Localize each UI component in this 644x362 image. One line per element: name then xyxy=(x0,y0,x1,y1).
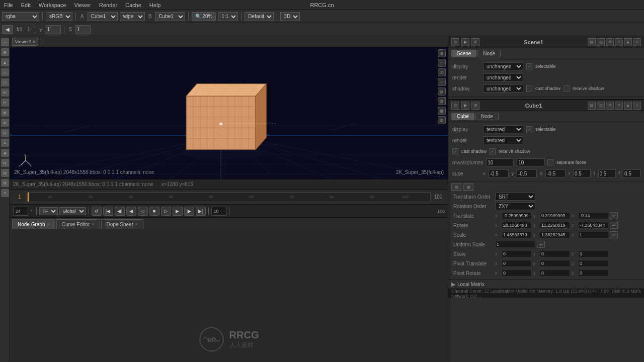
tab-dope-sheet-close[interactable]: × xyxy=(135,222,137,227)
selectable-checkbox[interactable]: ✓ xyxy=(526,63,532,69)
pivot-trans-x[interactable] xyxy=(502,260,532,267)
rows-input[interactable] xyxy=(486,158,514,166)
transform-icon2[interactable]: ⊞ xyxy=(463,183,473,191)
render-select[interactable]: unchanged xyxy=(483,73,523,81)
sidebar-tool-15[interactable]: ⚙ xyxy=(1,179,9,187)
scale-y[interactable] xyxy=(540,231,570,238)
cube-n-input[interactable] xyxy=(545,169,566,177)
cast-shadow-checkbox[interactable] xyxy=(526,85,532,92)
sidebar-tool-7[interactable]: ✂ xyxy=(1,99,9,107)
scene1-panel-icon3[interactable]: ⊕ xyxy=(471,38,479,46)
rotation-order-select[interactable]: ZXY xyxy=(495,202,535,210)
tab-curve-editor[interactable]: Curve Editor × xyxy=(56,219,100,229)
tab-dope-sheet[interactable]: Dope Sheet × xyxy=(101,219,143,229)
cube1-cast-shadow-cb[interactable]: ✓ xyxy=(452,148,458,154)
sidebar-tool-1[interactable]: ↔ xyxy=(1,38,9,46)
pi-grid-icon[interactable]: ▤ xyxy=(588,38,596,46)
input-a-select[interactable]: Cube1 xyxy=(88,12,118,21)
sidebar-tool-11[interactable]: ≡ xyxy=(1,139,9,147)
translate-reset-btn[interactable]: ↩ xyxy=(610,212,618,219)
tab-node-graph-close[interactable]: × xyxy=(47,222,49,227)
wipe-select[interactable]: wipe xyxy=(120,12,145,21)
scale-z[interactable] xyxy=(578,231,608,238)
scale-x[interactable] xyxy=(502,231,532,238)
rotate-y[interactable] xyxy=(540,222,570,229)
y-input[interactable] xyxy=(46,25,61,34)
translate-x[interactable] xyxy=(502,212,532,219)
scene-tab[interactable]: Scene xyxy=(451,50,476,57)
vp-icon-4[interactable]: ↔ xyxy=(438,78,446,86)
menu-cache[interactable]: Cache xyxy=(125,2,141,8)
skew-z[interactable] xyxy=(578,250,608,257)
zoom-btn[interactable]: 🔍 20% xyxy=(192,12,216,21)
pivot-rot-z[interactable] xyxy=(578,269,608,277)
rotate-z[interactable] xyxy=(578,222,608,229)
cube-tab[interactable]: Cube xyxy=(451,113,474,120)
jump-end-btn[interactable]: ▶| xyxy=(196,207,206,216)
pivot-rot-y[interactable] xyxy=(540,269,570,277)
menu-viewer[interactable]: Viewer xyxy=(74,2,91,8)
sidebar-tool-8[interactable]: ⊗ xyxy=(1,109,9,117)
node-tab[interactable]: Node xyxy=(477,50,501,57)
sidebar-tool-16[interactable]: ? xyxy=(1,189,9,197)
playback-mode-select[interactable]: TF xyxy=(39,207,58,215)
pivot-trans-y[interactable] xyxy=(540,260,570,267)
vp-icon-8[interactable]: ▧ xyxy=(438,116,446,124)
rotate-reset-btn[interactable]: ↩ xyxy=(610,222,618,229)
sidebar-tool-9[interactable]: ⊘ xyxy=(1,119,9,127)
sidebar-tool-6[interactable]: ✏ xyxy=(1,88,9,97)
menu-edit[interactable]: Edit xyxy=(21,2,31,8)
cube-x-input[interactable] xyxy=(489,169,509,177)
vp-icon-1[interactable]: ⊕ xyxy=(438,49,446,57)
uniform-scale-input[interactable] xyxy=(495,241,535,248)
vp-icon-2[interactable]: □ xyxy=(438,59,446,67)
receive-shadow-checkbox[interactable] xyxy=(564,85,570,92)
timeline-bar[interactable]: 10 20 30 40 50 60 70 80 90 100 xyxy=(27,192,431,202)
playback-range-select[interactable]: Global xyxy=(59,207,86,215)
tab-node-graph[interactable]: Node Graph × xyxy=(12,219,55,229)
colorspace-select[interactable]: sRGB xyxy=(46,12,72,21)
skew-x[interactable] xyxy=(502,250,532,257)
cube-r-input[interactable] xyxy=(573,169,591,177)
cube-t-input[interactable] xyxy=(598,169,616,177)
display-mode-select[interactable]: Default xyxy=(245,12,274,21)
rotate-x[interactable] xyxy=(502,222,532,229)
tab-curve-editor-close[interactable]: × xyxy=(92,222,94,227)
shadow-select[interactable]: unchanged xyxy=(483,84,523,93)
view-3d-select[interactable]: 3D xyxy=(280,12,300,21)
scene1-panel-icon2[interactable]: ▶ xyxy=(461,38,469,46)
skew-y[interactable] xyxy=(540,250,570,257)
prev-frame-btn[interactable]: ◀ xyxy=(126,207,136,216)
sidebar-tool-3[interactable]: ▲ xyxy=(1,58,9,66)
pi-settings-icon[interactable]: ⚙ xyxy=(606,38,614,46)
viewport-3d[interactable]: z x y ⊕ □ ⊙ ↔ ▤ ▥ ▦ ▧ 2K_Super_35(full-a… xyxy=(10,47,448,179)
pi-up-icon[interactable]: ▲ xyxy=(624,38,632,46)
s-input[interactable] xyxy=(75,25,91,34)
sidebar-tool-2[interactable]: ⊕ xyxy=(1,48,9,56)
translate-z[interactable] xyxy=(578,212,608,219)
cube1-pi5[interactable]: ▲ xyxy=(624,102,632,110)
cube-y-input[interactable] xyxy=(517,169,537,177)
menu-file[interactable]: File xyxy=(4,2,13,8)
vp-viewer-label[interactable]: Viewer1 × xyxy=(12,38,38,46)
jump-start-btn[interactable]: |◀ xyxy=(103,207,113,216)
menu-help[interactable]: Help xyxy=(149,2,161,8)
cube1-pi1[interactable]: ▤ xyxy=(588,102,596,110)
sidebar-tool-5[interactable]: □ xyxy=(1,78,9,86)
pi-eye-icon[interactable]: ◎ xyxy=(597,38,605,46)
vp-icon-3[interactable]: ⊙ xyxy=(438,68,446,76)
vp-icon-7[interactable]: ▦ xyxy=(438,107,446,115)
prev-key-btn[interactable]: ◀| xyxy=(115,207,125,216)
ratio-select[interactable]: 1:1 xyxy=(218,12,238,21)
separate-faces-cb[interactable] xyxy=(547,159,553,165)
input-b-select[interactable]: Cube1 xyxy=(155,12,185,21)
translate-y[interactable] xyxy=(540,212,570,219)
nav-left-btn[interactable]: ◀ xyxy=(2,25,13,34)
cube1-pi6[interactable]: × xyxy=(633,102,641,110)
vp-icon-6[interactable]: ▥ xyxy=(438,97,446,105)
cols-input[interactable] xyxy=(517,158,544,166)
cube1-selectable-checkbox[interactable]: ✓ xyxy=(526,126,532,132)
cube1-pi4[interactable]: ? xyxy=(615,102,623,110)
channel-select[interactable]: rgba rgba.alpha RGB xyxy=(2,12,39,21)
scale-reset-btn[interactable]: ↩ xyxy=(610,231,618,238)
